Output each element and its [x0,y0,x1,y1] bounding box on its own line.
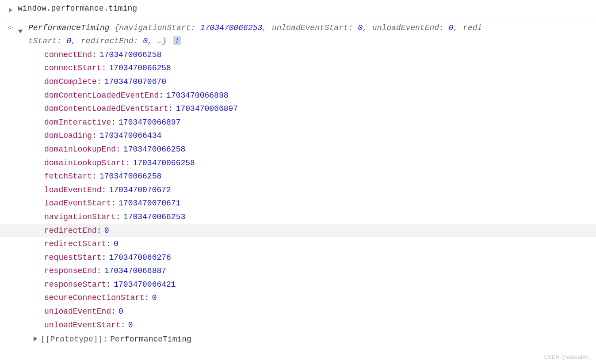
input-prompt-icon [4,2,18,17]
property-value: 1703470066434 [99,129,161,143]
chevron-right-icon [9,4,12,17]
property-separator: : [97,224,102,238]
property-key: domContentLoadedEventStart [44,102,168,116]
console-input-row: window.performance.timing [0,0,596,19]
property-key: domInteractive [44,116,111,129]
property-separator: : [102,61,107,75]
property-key: navigationStart [44,210,116,224]
property-row[interactable]: domContentLoadedEventStart:1703470066897 [44,102,596,116]
property-separator: : [159,89,164,102]
property-value: 1703470066887 [104,264,166,278]
prototype-value: PerformanceTiming [110,333,191,346]
object-summary-text[interactable]: PerformanceTiming {navigationStart: 1703… [28,21,482,48]
property-separator: : [116,210,121,224]
property-key: requestStart [44,251,102,265]
property-separator: : [92,170,97,183]
property-separator: : [106,237,111,251]
property-key: loadEventStart [44,197,111,210]
property-key: unloadEventStart [44,318,121,332]
property-separator: : [121,318,126,332]
property-key: domLoading [44,129,92,143]
property-key: domainLookupStart [44,156,126,170]
property-row[interactable]: unloadEventStart:0 [44,318,596,332]
property-row[interactable]: redirectStart:0 [44,237,596,251]
truncated-key-part2: tStart [28,37,57,46]
property-key: redirectStart [44,237,106,251]
property-separator: : [92,48,97,62]
property-key: responseStart [44,278,106,292]
property-separator: : [92,129,97,143]
property-row[interactable]: connectEnd:1703470066258 [44,48,596,62]
property-row[interactable]: requestStart:1703470066276 [44,251,596,265]
property-key: connectEnd [44,48,92,62]
property-value: 1703470066253 [123,210,185,224]
property-value: 1703470066898 [166,89,228,102]
property-row[interactable]: domInteractive:1703470066897 [44,116,596,129]
property-separator: : [111,305,116,318]
property-key: redirectEnd [44,224,97,238]
property-value: 1703470066258 [99,170,161,183]
property-value: 1703470066258 [109,61,171,75]
property-row[interactable]: responseStart:1703470066421 [44,278,596,292]
property-value: 0 [128,318,133,332]
property-value: 1703470070671 [118,197,180,210]
property-value: 1703470066421 [114,278,176,292]
property-value: 1703470070670 [104,75,166,89]
object-properties-list: connectEnd:1703470066258connectStart:170… [18,48,596,332]
property-value: 0 [114,237,118,251]
property-key: domComplete [44,75,97,89]
object-summary-row[interactable]: PerformanceTiming {navigationStart: 1703… [18,21,596,48]
property-row[interactable]: navigationStart:1703470066253 [44,210,596,224]
disclosure-toggle[interactable] [18,21,28,38]
property-separator: : [126,156,130,170]
property-separator: : [102,251,107,265]
property-key: unloadEventEnd [44,305,111,318]
property-key: connectStart [44,61,102,75]
triangle-right-icon [34,333,37,346]
property-row[interactable]: domComplete:1703470070670 [44,75,596,89]
property-value: 1703470066258 [99,48,161,62]
property-row[interactable]: redirectEnd:0 [0,224,596,238]
property-separator: : [106,278,111,292]
property-value: 1703470070672 [109,183,171,197]
prototype-label: [[Prototype]]: [41,333,107,346]
property-value: 1703470066276 [109,251,171,265]
property-row[interactable]: secureConnectionStart:0 [44,291,596,305]
property-row[interactable]: domainLookupEnd:1703470066258 [44,143,596,156]
console-output-row: <· PerformanceTiming {navigationStart: 1… [0,19,596,348]
property-key: secureConnectionStart [44,291,145,305]
property-separator: : [145,291,149,305]
property-row[interactable]: domContentLoadedEventEnd:1703470066898 [44,89,596,102]
property-value: 1703470066258 [133,156,195,170]
property-value: 1703470066897 [118,116,180,129]
prototype-row[interactable]: [[Prototype]]: PerformanceTiming [18,333,596,346]
property-row[interactable]: fetchStart:1703470066258 [44,170,596,183]
property-key: domContentLoadedEventEnd [44,89,159,102]
property-value: 1703470066258 [123,143,185,156]
property-key: responseEnd [44,264,97,278]
truncated-key-part1: redi [463,23,482,32]
output-content: PerformanceTiming {navigationStart: 1703… [18,21,596,346]
property-key: domainLookupEnd [44,143,116,156]
property-separator: : [111,197,116,210]
console-command[interactable]: window.performance.timing [18,2,596,15]
property-value: 0 [104,224,109,238]
output-arrow-icon: <· [8,25,14,31]
property-row[interactable]: responseEnd:1703470066887 [44,264,596,278]
property-value: 1703470066897 [176,102,238,116]
object-type-name: PerformanceTiming [28,23,110,32]
property-row[interactable]: loadEventEnd:1703470070672 [44,183,596,197]
property-row[interactable]: domainLookupStart:1703470066258 [44,156,596,170]
info-icon[interactable]: i [173,36,180,45]
property-separator: : [97,264,102,278]
property-separator: : [97,75,102,89]
property-value: 0 [152,291,157,305]
property-separator: : [168,102,173,116]
output-indicator: <· [4,21,18,31]
property-row[interactable]: loadEventStart:1703470070671 [44,197,596,210]
property-key: fetchStart [44,170,92,183]
property-separator: : [111,116,116,129]
property-row[interactable]: domLoading:1703470066434 [44,129,596,143]
property-row[interactable]: unloadEventEnd:0 [44,305,596,318]
property-row[interactable]: connectStart:1703470066258 [44,61,596,75]
